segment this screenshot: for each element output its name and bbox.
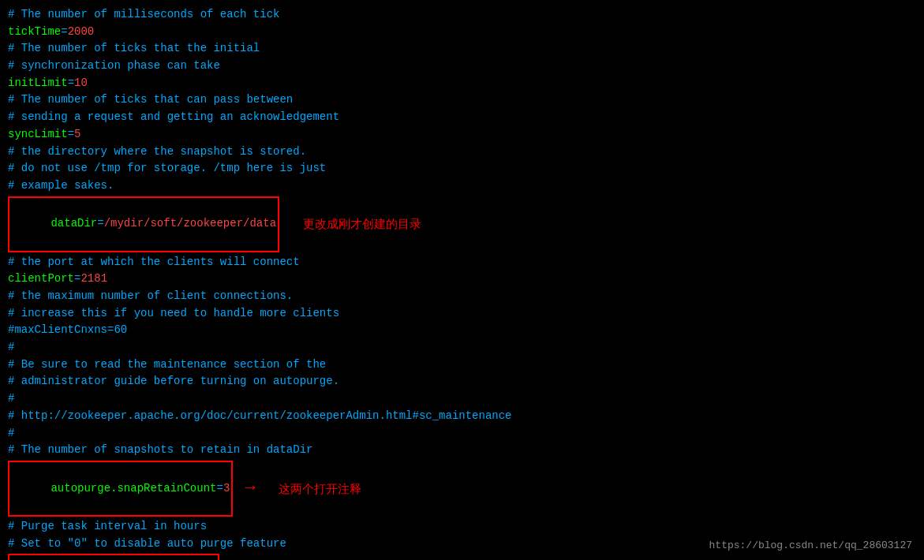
- key-snapretain: autopurge.snapRetainCount: [51, 482, 216, 495]
- comment-httpurl: # http://zookeeper.apache.org/doc/curren…: [8, 408, 512, 425]
- comment-purge1: # Purge task interval in hours: [8, 518, 207, 536]
- line-8: syncLimit=5: [8, 126, 916, 144]
- comment-clientport: # the port at which the clients will con…: [8, 254, 300, 271]
- line-snapretain-comment: # The number of snapshots to retain in d…: [8, 442, 916, 459]
- key-datadir: dataDir: [51, 217, 97, 230]
- val-initlimit: 10: [74, 75, 88, 92]
- comment-7: # sending a request and getting an ackno…: [8, 109, 339, 126]
- line-2: tickTime=2000: [8, 24, 916, 41]
- val-datadir: /mydir/soft/zookeeper/data: [104, 217, 276, 230]
- key-initlimit: initLimit: [8, 75, 68, 92]
- annotation-snapretain: 这两个打开注释: [279, 480, 361, 498]
- line-3: # The number of ticks that the initial: [8, 40, 916, 58]
- line-7: # sending a request and getting an ackno…: [8, 109, 916, 126]
- line-hash3: #: [8, 425, 916, 442]
- arrow-snapretain: →: [245, 475, 255, 502]
- val-snapretain: 3: [223, 482, 230, 495]
- terminal: # The number of milliseconds of each tic…: [0, 0, 924, 560]
- comment-4: # synchronization phase can take: [8, 58, 220, 75]
- line-purge-c1: # Purge task interval in hours: [8, 518, 916, 536]
- comment-11: # example sakes.: [8, 177, 114, 195]
- purgeinterval-highlight: autopurge.purgeInterval=1: [8, 554, 219, 560]
- line-clientport-comment: # the port at which the clients will con…: [8, 254, 916, 271]
- comment-hash1: #: [8, 339, 14, 357]
- line-5: initLimit=10: [8, 75, 916, 92]
- val-clientport: 2181: [80, 271, 107, 288]
- line-snapretain: autopurge.snapRetainCount=3 → 这两个打开注释: [8, 461, 916, 517]
- line-admin: # administrator guide before turning on …: [8, 373, 916, 390]
- val-synclimit: 5: [74, 126, 80, 144]
- comment-6: # The number of ticks that can pass betw…: [8, 91, 293, 109]
- comment-9: # the directory where the snapshot is st…: [8, 144, 306, 161]
- line-hash2: #: [8, 390, 916, 408]
- line-4: # synchronization phase can take: [8, 58, 916, 75]
- line-clientport: clientPort=2181: [8, 271, 916, 288]
- comment-hash3: #: [8, 425, 14, 442]
- comment-maxclientcnxns: #maxClientCnxns=60: [8, 322, 127, 339]
- key-ticktime: tickTime: [8, 24, 61, 41]
- val-ticktime: 2000: [68, 24, 95, 41]
- annotation-datadir: 更改成刚才创建的目录: [303, 215, 421, 233]
- line-besure: # Be sure to read the maintenance sectio…: [8, 357, 916, 374]
- datadir-highlight: dataDir=/mydir/soft/zookeeper/data: [8, 196, 279, 252]
- comment-admin: # administrator guide before turning on …: [8, 373, 339, 390]
- comment-besure: # Be sure to read the maintenance sectio…: [8, 357, 326, 374]
- line-9: # the directory where the snapshot is st…: [8, 144, 916, 161]
- comment-maxconn1: # the maximum number of client connectio…: [8, 288, 293, 305]
- line-httpurl: # http://zookeeper.apache.org/doc/curren…: [8, 408, 916, 425]
- line-hash1: #: [8, 339, 916, 357]
- line-6: # The number of ticks that can pass betw…: [8, 91, 916, 109]
- comment-hash2: #: [8, 390, 14, 408]
- line-maxconn-c2: # increase this if you need to handle mo…: [8, 305, 916, 323]
- line-10: # do not use /tmp for storage. /tmp here…: [8, 160, 916, 177]
- snapretain-highlight: autopurge.snapRetainCount=3: [8, 461, 233, 517]
- comment-snapretain: # The number of snapshots to retain in d…: [8, 442, 312, 459]
- line-datadir: dataDir=/mydir/soft/zookeeper/data 更改成刚才…: [8, 196, 916, 252]
- comment-purge2: # Set to "0" to disable auto purge featu…: [8, 536, 286, 553]
- key-synclimit: syncLimit: [8, 126, 68, 144]
- comment-10: # do not use /tmp for storage. /tmp here…: [8, 160, 326, 177]
- comment-1: # The number of milliseconds of each tic…: [8, 6, 279, 24]
- line-1: # The number of milliseconds of each tic…: [8, 6, 916, 24]
- comment-3: # The number of ticks that the initial: [8, 40, 260, 58]
- key-clientport: clientPort: [8, 271, 74, 288]
- comment-maxconn2: # increase this if you need to handle mo…: [8, 305, 339, 323]
- url-text: https://blog.csdn.net/qq_28603127: [709, 539, 912, 551]
- line-maxconn-c1: # the maximum number of client connectio…: [8, 288, 916, 305]
- url-bar: https://blog.csdn.net/qq_28603127: [709, 538, 912, 554]
- line-purgeinterval: autopurge.purgeInterval=1: [8, 554, 916, 560]
- line-maxclientcnxns: #maxClientCnxns=60: [8, 322, 916, 339]
- line-11: # example sakes.: [8, 177, 916, 195]
